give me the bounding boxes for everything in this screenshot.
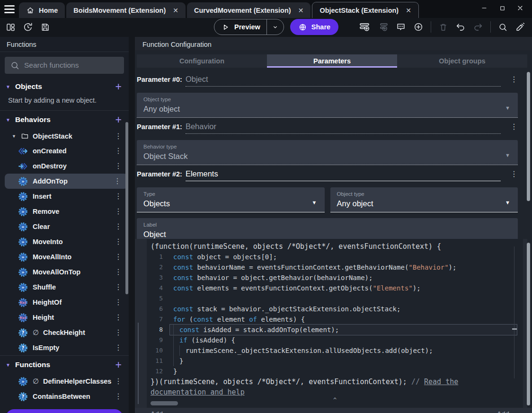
line-number: 5 bbox=[147, 293, 173, 304]
kebab-menu-icon[interactable]: ⋮ bbox=[112, 393, 129, 400]
behavior-item-shuffle[interactable]: »Shuffle⋮ bbox=[0, 280, 129, 295]
behavior-item-checkheight[interactable]: ?∅CheckHeight⋮ bbox=[0, 325, 129, 340]
dropdown-arrow-icon[interactable]: ▼ bbox=[312, 200, 317, 205]
tab-parameters[interactable]: Parameters bbox=[267, 54, 397, 68]
tab-objectstack-extension-[interactable]: ObjectStack (Extension)✕ bbox=[312, 2, 419, 18]
behavior-item-ondestroy[interactable]: onDestroy⋮ bbox=[0, 158, 129, 174]
share-button[interactable]: Share bbox=[290, 19, 338, 35]
parameter-name-input[interactable]: Behavior bbox=[186, 122, 501, 134]
close-icon[interactable]: ✕ bbox=[406, 7, 411, 14]
close-icon[interactable]: ✕ bbox=[298, 7, 304, 14]
save-icon[interactable] bbox=[40, 22, 50, 32]
functions-sidebar: Functions ▼ Objects + Start by adding a … bbox=[0, 37, 129, 413]
preview-button-main[interactable]: Preview bbox=[214, 19, 266, 35]
behavior-item-moveallontop[interactable]: »MoveAllOnTop⋮ bbox=[0, 264, 129, 280]
javascript-event-block: (function(runtimeScene, objects /*Object… bbox=[135, 239, 527, 408]
add-event-icon[interactable] bbox=[359, 21, 370, 33]
add-event-hint[interactable]: Add bbox=[497, 409, 509, 413]
search-functions-box[interactable] bbox=[5, 57, 124, 74]
close-icon[interactable]: ✕ bbox=[173, 7, 178, 14]
search-icon[interactable] bbox=[498, 22, 508, 32]
line-number: 2 bbox=[147, 262, 173, 272]
toolbar-divider bbox=[431, 21, 431, 33]
tab-home[interactable]: Home bbox=[19, 2, 65, 18]
preview-dropdown-button[interactable] bbox=[267, 19, 284, 35]
minimize-icon[interactable] bbox=[477, 3, 491, 13]
behavior-item-isempty[interactable]: ?IsEmpty⋮ bbox=[0, 340, 129, 355]
object-type-select[interactable]: Object typeAny object▼ bbox=[330, 187, 518, 212]
dropdown-arrow-icon[interactable]: ▼ bbox=[505, 105, 510, 111]
object-type-select[interactable]: Object typeAny object▼ bbox=[137, 93, 518, 118]
tab-boidsmovement-extension-[interactable]: BoidsMovement (Extension)✕ bbox=[66, 2, 186, 18]
parameter-fields: Behavior typeObject Stack▼ bbox=[137, 140, 518, 165]
action-function-icon: » bbox=[18, 282, 28, 292]
add-object-button[interactable]: + bbox=[115, 82, 122, 91]
search-functions-input[interactable] bbox=[24, 61, 119, 70]
behavior-item-addontop[interactable]: »AddOnTop⋮ bbox=[5, 174, 128, 189]
kebab-menu-icon[interactable]: ⋮ bbox=[510, 169, 518, 178]
add-comment-icon[interactable] bbox=[396, 22, 406, 32]
add-behavior-button[interactable]: + bbox=[115, 115, 122, 124]
chevron-down-icon[interactable]: ▼ bbox=[6, 84, 11, 89]
history-icon[interactable] bbox=[23, 22, 33, 32]
horizontal-scrollbar[interactable] bbox=[151, 401, 178, 405]
type-select[interactable]: TypeObjects▼ bbox=[137, 187, 325, 212]
kebab-menu-icon[interactable]: ⋮ bbox=[112, 378, 129, 385]
kebab-menu-icon[interactable]: ⋮ bbox=[510, 75, 518, 84]
kebab-menu-icon[interactable]: ⋮ bbox=[112, 329, 129, 336]
add-event-hint[interactable]: Add bbox=[151, 409, 163, 413]
field-value: Object bbox=[143, 230, 511, 239]
function-item-containsbetween[interactable]: ?ContainsBetween⋮ bbox=[0, 389, 129, 404]
behavior-item-height[interactable]: f(x)Height⋮ bbox=[0, 310, 129, 325]
add-circle-icon[interactable] bbox=[413, 22, 424, 32]
function-item-definehelperclasses[interactable]: »∅DefineHelperClasses⋮ bbox=[0, 374, 129, 389]
parameter-index-label: Parameter #1: bbox=[137, 123, 182, 131]
behavior-function-list: onCreated⋮onDestroy⋮»AddOnTop⋮»Insert⋮»R… bbox=[0, 143, 129, 355]
add-new-function-button[interactable]: + Add a new function bbox=[6, 409, 123, 413]
close-icon[interactable] bbox=[513, 3, 527, 13]
behavior-type-select[interactable]: Behavior typeObject Stack▼ bbox=[137, 140, 518, 165]
dropdown-arrow-icon[interactable]: ▼ bbox=[505, 200, 510, 205]
collapse-caret-icon[interactable]: ^ bbox=[147, 397, 523, 405]
behavior-item-heightof[interactable]: f(x)HeightOf⋮ bbox=[0, 295, 129, 310]
add-function-plus-button[interactable]: + bbox=[115, 360, 122, 369]
behavior-item-remove[interactable]: »Remove⋮ bbox=[0, 204, 129, 219]
kebab-menu-icon[interactable]: ⋮ bbox=[112, 344, 129, 351]
undo-icon[interactable] bbox=[455, 22, 466, 32]
edit-events-icon[interactable] bbox=[515, 22, 525, 32]
main-menu-icon[interactable] bbox=[0, 0, 19, 18]
maximize-icon[interactable] bbox=[495, 3, 509, 13]
documentation-link[interactable]: documentation and help bbox=[151, 387, 245, 397]
behavior-folder-objectstack[interactable]: ▼ ObjectStack ⋮ bbox=[0, 129, 129, 143]
window-titlebar: HomeBoidsMovement (Extension)✕CurvedMove… bbox=[0, 0, 532, 18]
behavior-item-clear[interactable]: »Clear⋮ bbox=[0, 219, 129, 234]
code-line-body: const isAdded = stack.addOnTop(element); bbox=[169, 324, 517, 335]
documentation-link[interactable]: Read the bbox=[424, 377, 458, 387]
tab-configuration[interactable]: Configuration bbox=[137, 54, 267, 68]
sidebar-scrollbar[interactable] bbox=[125, 122, 128, 294]
functions-section-header[interactable]: ▼ Functions + bbox=[0, 356, 129, 374]
tab-curvedmovement-extension-[interactable]: CurvedMovement (Extension)✕ bbox=[187, 2, 310, 18]
code-scrollbar[interactable] bbox=[527, 243, 530, 405]
behavior-item-insert[interactable]: »Insert⋮ bbox=[0, 189, 129, 204]
parameter-name-input[interactable]: Elements bbox=[186, 169, 501, 181]
chevron-down-icon[interactable]: ▼ bbox=[6, 362, 11, 368]
tab-object-groups[interactable]: Object groups bbox=[397, 54, 527, 68]
preview-button[interactable]: Preview bbox=[214, 19, 284, 35]
kebab-menu-icon[interactable]: ⋮ bbox=[112, 314, 129, 321]
parameter-name-input[interactable]: Object bbox=[186, 75, 501, 87]
behavior-item-moveallinto[interactable]: »MoveAllInto⋮ bbox=[0, 249, 129, 264]
kebab-menu-icon[interactable]: ⋮ bbox=[112, 299, 129, 306]
chevron-down-icon[interactable]: ▼ bbox=[6, 117, 11, 123]
svg-text:?: ? bbox=[22, 330, 25, 335]
behavior-item-oncreated[interactable]: onCreated⋮ bbox=[0, 143, 129, 158]
kebab-menu-icon[interactable]: ⋮ bbox=[510, 122, 518, 131]
code-editor[interactable]: (function(runtimeScene, objects /*Object… bbox=[147, 239, 523, 408]
panels-icon[interactable] bbox=[6, 22, 16, 32]
chevron-down-icon[interactable]: ▼ bbox=[12, 134, 17, 139]
dropdown-arrow-icon[interactable]: ▼ bbox=[505, 152, 510, 158]
objects-section-header[interactable]: ▼ Objects + bbox=[0, 78, 129, 96]
behavior-item-moveinto[interactable]: »MoveInto⋮ bbox=[0, 234, 129, 249]
behaviors-section-header[interactable]: ▼ Behaviors + bbox=[0, 111, 129, 129]
parameters-scrollbar[interactable] bbox=[527, 72, 530, 201]
